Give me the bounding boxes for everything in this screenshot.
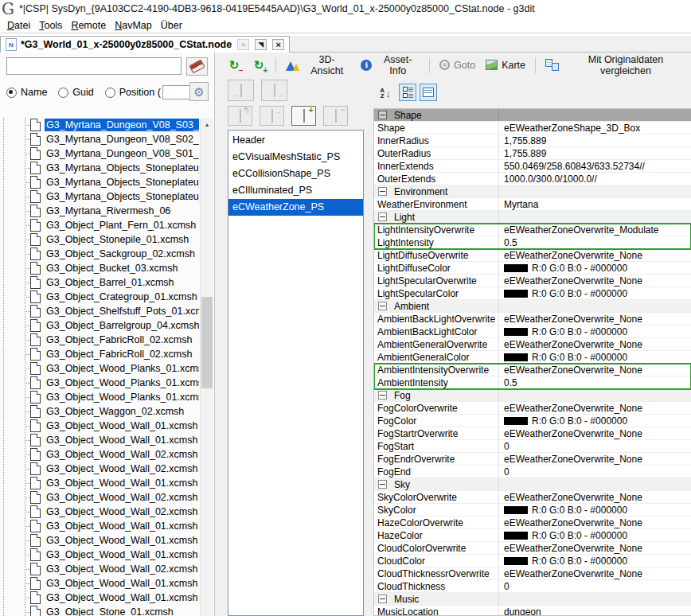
tree-item[interactable]: G3_Object_Wood_Planks_01.xcmsh [0,390,199,404]
property-value[interactable]: 0 [499,580,691,592]
property-value[interactable]: R:0 G:0 B:0 - #000000 [499,262,691,274]
component-item[interactable]: eCCollisionShape_PS [228,166,363,182]
asset-info-button[interactable]: i Asset-Info [358,53,422,78]
property-value[interactable]: R:0 G:0 B:0 - #000000 [499,504,691,516]
radio-name[interactable]: Name [6,87,47,98]
property-value[interactable]: eEWeatherZoneOverwrite_None [499,491,691,503]
tree-item[interactable]: G3_Object_Barrel_01.xcmsh [0,275,199,290]
tree-item[interactable]: G3_Object_Waggon_02.xcmsh [0,404,199,419]
menu-item-remote[interactable]: Remote [68,19,112,32]
tree-item[interactable]: G3_Object_Stonepile_01.xcmsh [0,232,199,247]
category-row-ambient[interactable]: Ambient [374,300,691,313]
collapse-icon[interactable] [378,212,387,221]
tree-item[interactable]: G3_Object_Wood_Wall_01.xcmsh [0,576,199,591]
property-value[interactable]: Myrtana [499,198,691,210]
tree-item[interactable]: G3_Myrtana_Dungeon_V08_S03_03 [0,118,199,132]
property-value[interactable]: 0.5 [499,376,691,388]
tree-item[interactable]: G3_Object_Wood_Wall_01.xcmsh [0,433,199,447]
tree-item[interactable]: G3_Myrtana_Objects_Stoneplateu_04 [0,175,199,189]
category-row-sky[interactable]: Sky [374,478,691,491]
tree-item[interactable]: G3_Object_Bucket_03.xcmsh [0,261,199,275]
tree-item[interactable]: G3_Object_Stone_01.xcmsh [0,605,199,616]
property-value[interactable]: 0 [499,440,691,452]
component-item[interactable]: eCWeatherZone_PS [228,199,363,216]
property-value[interactable]: eEWeatherZoneOverwrite_None [499,364,691,376]
category-row-environment[interactable]: Environment [374,185,691,198]
radio-guid[interactable]: Guid [58,87,93,98]
tree-item[interactable]: G3_Object_Wood_Wall_01.xcmsh [0,419,199,433]
tree-item[interactable]: G3_Object_Wood_Wall_02.xcmsh [0,505,199,519]
collapse-icon[interactable] [378,111,387,119]
tab-close-button[interactable]: × [272,39,284,50]
tree-scrollbar[interactable]: ▲ [200,118,213,616]
property-value[interactable]: eEWeatherZoneOverwrite_None [499,402,691,414]
tree-item[interactable]: G3_Object_Barrelgroup_04.xcmsh [0,318,199,333]
property-value[interactable]: eEWeatherZoneOverwrite_None [499,517,691,528]
component-paste-button[interactable]: ↰ [228,106,252,126]
map-button[interactable]: Karte [483,58,528,72]
property-value[interactable]: 1,755.889 [499,135,691,146]
collapse-icon[interactable] [378,595,387,603]
menu-item-über[interactable]: Über [158,19,189,32]
component-copy-button[interactable]: → [260,106,284,126]
component-import-button[interactable]: → [228,80,254,101]
tree-item[interactable]: G3_Object_Wood_Wall_02.xcmsh [0,462,199,476]
tree-item[interactable]: G3_Object_Sackgroup_02.xcmsh [0,247,199,261]
menu-item-datei[interactable]: Datei [5,19,37,32]
tree-item[interactable]: G3_Object_Wood_Wall_01.xcmsh [0,533,199,548]
tree-item[interactable]: G3_Object_Wood_Wall_01.xcmsh [0,519,199,533]
scrollbar-thumb[interactable] [201,297,213,388]
reload-remove-button[interactable]: ↻− [224,57,244,74]
goto-button[interactable]: Goto [437,58,478,72]
property-value[interactable]: R:0 G:0 B:0 - #000000 [499,555,691,567]
category-row-shape[interactable]: Shape [374,109,691,122]
property-value[interactable]: R:0 G:0 B:0 - #000000 [499,287,691,299]
property-value[interactable]: eEWeatherZoneShape_3D_Box [499,122,691,134]
tree-item[interactable]: G3_Object_Plant_Fern_01.xcmsh [0,218,199,232]
compare-original-button[interactable]: Mit Originaldaten vergleichen [543,53,691,78]
component-item[interactable]: Header [228,132,363,149]
tree-item[interactable]: G3_Object_Shelfstuff_Pots_01.xcmsh [0,304,199,318]
property-value[interactable]: eEWeatherZoneOverwrite_None [499,275,691,287]
menu-item-navmap[interactable]: NavMap [112,19,158,32]
property-value[interactable]: 0.5 [499,236,691,248]
collapse-icon[interactable] [378,480,387,489]
category-row-fog[interactable]: Fog [374,389,691,402]
tree-item[interactable]: G3_Object_Wood_Planks_01.xcmsh [0,361,199,376]
list-view-toggle[interactable] [420,84,437,101]
tree-item[interactable]: G3_Object_Wood_Wall_01.xcmsh [0,476,199,490]
property-value[interactable]: 550.0469/258.60843/633.52734// [499,160,691,172]
property-value[interactable]: R:0 G:0 B:0 - #000000 [499,351,691,363]
scroll-up-button[interactable]: ▲ [201,118,213,131]
radio-position-dot[interactable] [105,88,115,98]
tree-item[interactable]: G3_Object_FabricRoll_02.xcmsh [0,347,199,361]
property-value[interactable]: R:0 G:0 B:0 - #000000 [499,326,691,337]
component-item[interactable]: eCVisualMeshStatic_PS [228,149,363,166]
tree-item[interactable]: G3_Myrtana_Rivermesh_06 [0,204,199,218]
category-row-light[interactable]: Light [374,211,691,224]
clear-search-button[interactable] [186,57,208,76]
collapse-icon[interactable] [378,302,387,310]
tree-item[interactable]: G3_Object_FabricRoll_02.xcmsh [0,333,199,347]
radio-position[interactable]: Position ( [105,87,161,98]
radio-guid-dot[interactable] [58,88,68,98]
property-value[interactable]: 1000.0/300.0/1000.0// [499,173,691,185]
search-settings-button[interactable]: ⚙ [189,82,209,101]
property-value[interactable]: R:0 G:0 B:0 - #000000 [499,415,691,427]
property-value[interactable]: eEWeatherZoneOverwrite_None [499,567,691,579]
tree-item[interactable]: G3_Object_Wood_Wall_01.xcmsh [0,591,199,605]
component-export-button[interactable]: → [261,80,287,101]
menu-item-tools[interactable]: Tools [37,19,68,32]
property-value[interactable]: eEWeatherZoneOverwrite_None [499,453,691,465]
tree-item[interactable]: G3_Object_Wood_Wall_02.xcmsh [0,447,199,462]
add-component-button[interactable]: + [291,106,316,126]
property-value[interactable]: eEWeatherZoneOverwrite_None [499,249,691,261]
tree-item[interactable]: G3_Myrtana_Objects_Stoneplateu_03 [0,161,199,175]
tab-node-file[interactable]: N *G3_World_01_x-25000y0z85000_CStat.nod… [0,36,290,53]
component-item[interactable]: eCIlluminated_PS [228,182,363,199]
tree-item[interactable]: G3_Object_Wood_Planks_01.xcmsh [0,376,199,390]
tree-item[interactable]: G3_Object_Wood_Wall_02.xcmsh [0,562,199,576]
tree-item[interactable]: G3_Object_Wood_Wall_02.xcmsh [0,490,199,505]
tree-item[interactable]: G3_Object_Wood_Wall_01.xcmsh [0,548,199,562]
tree-item[interactable]: G3_Object_Crategroup_01.xcmsh [0,290,199,304]
